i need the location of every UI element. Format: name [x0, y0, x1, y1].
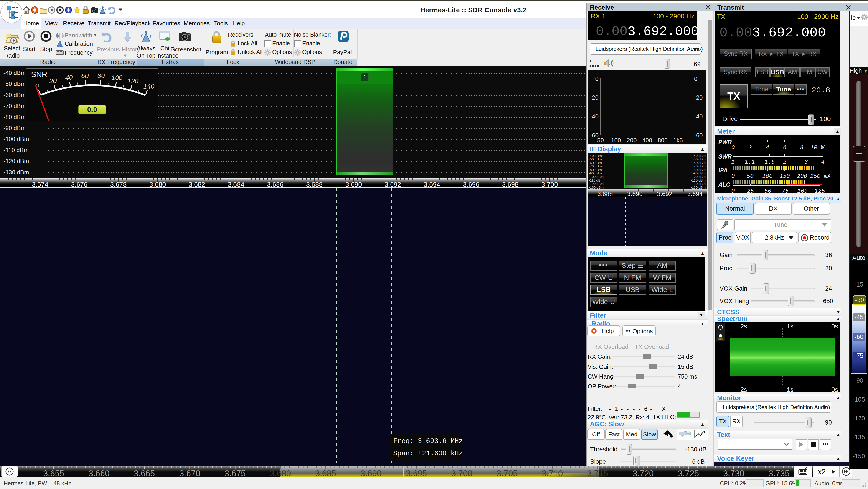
svg-text:100: 100 [797, 188, 807, 193]
svg-text:3: 3 [804, 159, 808, 165]
svg-text:120: 120 [127, 78, 138, 85]
svg-text:25: 25 [747, 188, 754, 193]
svg-text:0: 0 [731, 173, 735, 180]
svg-text:250 mA: 250 mA [810, 173, 831, 180]
svg-text:100: 100 [762, 173, 772, 180]
svg-text:140: 140 [144, 83, 154, 90]
svg-text:1.5: 1.5 [765, 159, 775, 165]
svg-text:8: 8 [800, 144, 803, 151]
svg-text:4: 4 [821, 159, 825, 165]
svg-text:6: 6 [783, 144, 786, 151]
svg-text:2: 2 [783, 159, 786, 165]
svg-text:125: 125 [814, 188, 825, 193]
svg-text:40: 40 [65, 74, 72, 81]
svg-text:50: 50 [765, 188, 771, 193]
svg-text:60: 60 [81, 72, 89, 80]
svg-text:0: 0 [731, 144, 735, 151]
svg-text:50: 50 [747, 173, 753, 180]
svg-text:1.1: 1.1 [745, 159, 755, 165]
svg-text:10 W: 10 W [810, 144, 825, 151]
svg-text:4: 4 [766, 144, 769, 151]
svg-text:1: 1 [731, 159, 735, 165]
svg-text:2: 2 [748, 144, 752, 151]
svg-text:80: 80 [97, 72, 105, 80]
svg-text:200: 200 [797, 173, 807, 180]
svg-text:75: 75 [782, 188, 788, 193]
svg-text:20: 20 [49, 77, 57, 85]
svg-text:100: 100 [112, 74, 122, 81]
svg-text:0: 0 [731, 188, 735, 193]
svg-text:150: 150 [779, 173, 790, 180]
